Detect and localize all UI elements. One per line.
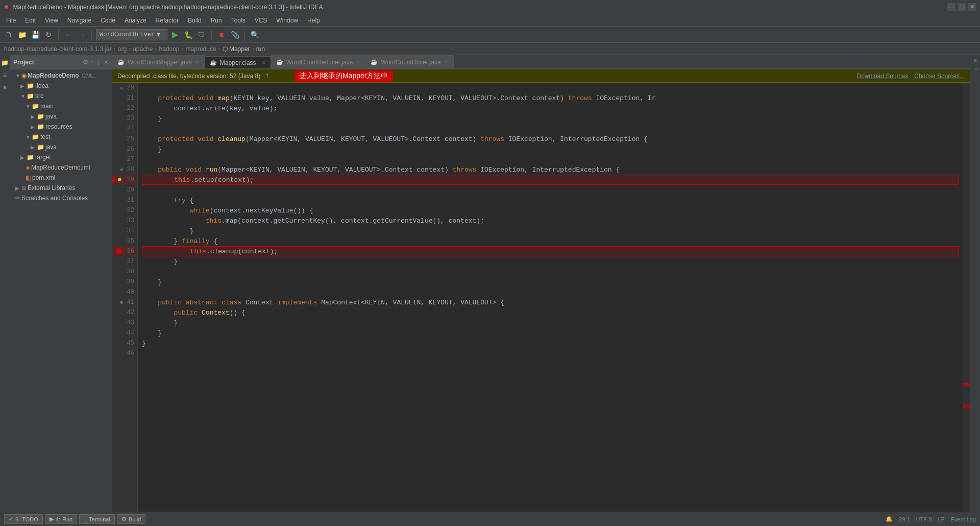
tree-item-test-java[interactable]: ▶ 📁 java [10, 142, 112, 152]
structure-icon[interactable]: ≡ [0, 69, 11, 81]
tab-close-wordcountmapper[interactable]: ✕ [195, 59, 199, 65]
expand-28-icon[interactable]: ⊞ [120, 167, 123, 173]
tab-wordcountdriver[interactable]: ☕ WordCountDriver.java ✕ [365, 55, 453, 68]
menu-vcs[interactable]: VCS [251, 16, 272, 25]
tree-item-idea[interactable]: ▶ 📁 .idea [10, 81, 112, 91]
code-line-45: } [142, 338, 959, 348]
right-panel-btn-1[interactable]: ≡ [971, 57, 979, 64]
code-line-41: public abstract class Context implements… [142, 297, 959, 307]
menu-build[interactable]: Build [184, 16, 206, 25]
menu-run[interactable]: Run [207, 16, 226, 25]
menu-window[interactable]: Window [272, 16, 302, 25]
breakpoint-29-icon[interactable] [112, 177, 115, 183]
maximize-button[interactable]: □ [958, 3, 966, 11]
menu-help[interactable]: Help [303, 16, 324, 25]
panel-gear-button[interactable]: ⋮ [95, 59, 102, 66]
stop-button[interactable]: ■ [216, 29, 227, 40]
tree-module-suffix: D:\A... [82, 73, 96, 79]
download-sources-link[interactable]: Download Sources [857, 73, 909, 80]
panel-settings-button[interactable]: ⚙ [83, 59, 88, 66]
event-log-link[interactable]: Event Log [950, 516, 976, 522]
tree-item-external-libraries[interactable]: ▶ ⊞ External Libraries [10, 183, 112, 193]
right-gutter[interactable] [963, 83, 970, 512]
decompile-arrow-icon: ↑ [264, 71, 270, 81]
code-content[interactable]: protected void map(KEYIN key, VALUEIN va… [138, 83, 963, 512]
code-line-39: } [142, 277, 959, 287]
tab-close-wordcountreducer[interactable]: ✕ [356, 59, 360, 65]
bottom-tab-run[interactable]: ▶ 4: Run [45, 514, 77, 524]
tab-mapper-class[interactable]: ☕ Mapper.class ✕ [205, 56, 271, 69]
bottom-tab-build[interactable]: ⚙ Build [117, 514, 145, 524]
tree-item-src[interactable]: ▼ 📁 src [10, 91, 112, 101]
run-number: 4: [56, 516, 60, 522]
tree-item-java[interactable]: ▶ 📁 java [10, 111, 112, 122]
menu-analyze[interactable]: Analyze [120, 16, 151, 25]
right-panel-btn-2[interactable]: ? [971, 65, 979, 73]
favorites-icon[interactable]: ★ [0, 82, 11, 93]
minimize-button[interactable]: — [947, 3, 955, 11]
todo-label: TODO [22, 516, 38, 522]
dropdown-arrow-icon: ▼ [157, 31, 160, 38]
new-file-button[interactable]: 🗋 [3, 29, 14, 40]
separator-2 [91, 30, 92, 40]
tree-item-test[interactable]: ▼ 📁 test [10, 132, 112, 142]
panel-close-button[interactable]: ✕ [104, 59, 109, 66]
line-number-28: ⊞ 28 [112, 164, 137, 175]
tree-item-main[interactable]: ▼ 📁 main [10, 101, 112, 111]
breadcrumb-mapper[interactable]: ⬡ Mapper [223, 45, 250, 53]
menu-navigate[interactable]: Navigate [63, 16, 95, 25]
attach-button[interactable]: 📎 [229, 29, 240, 40]
tab-wordcountmapper[interactable]: ☕ WordCountMapper.java ✕ [112, 55, 205, 68]
tab-close-wordcountdriver[interactable]: ✕ [444, 59, 448, 65]
expand-41-icon[interactable]: ⊞ [120, 300, 123, 305]
breadcrumb-run[interactable]: run [256, 45, 265, 53]
tree-item-mapreduce-demo[interactable]: ▼ ◉ MapReduceDemo D:\A... [10, 70, 112, 81]
menu-edit[interactable]: Edit [21, 16, 40, 25]
gutter-32 [116, 207, 123, 214]
line-number-34: 34 [112, 226, 137, 236]
tree-item-scratches[interactable]: ✏ Scratches and Consoles [10, 193, 112, 203]
breadcrumb-hadoop[interactable]: hadoop [159, 45, 180, 53]
breakpoint-36-icon[interactable] [116, 248, 122, 254]
menu-tools[interactable]: Tools [227, 16, 250, 25]
refresh-button[interactable]: ↻ [43, 29, 54, 40]
bottom-tab-terminal[interactable]: _ Terminal [79, 514, 115, 524]
open-button[interactable]: 📁 [16, 29, 28, 40]
search-button[interactable]: 🔍 [249, 29, 260, 40]
line-number-20: ⊞ 20 [112, 83, 137, 93]
tab-wordcountreducer[interactable]: ☕ WordCountReducer.java ✕ [271, 55, 366, 68]
method-context-constructor: Context [202, 309, 230, 317]
tab-close-mapper-class[interactable]: ✕ [261, 60, 265, 65]
tree-item-resources[interactable]: ▶ 📁 resources [10, 122, 112, 132]
run-config-dropdown[interactable]: WordCountDriver ▼ [96, 29, 167, 40]
bottom-tab-todo[interactable]: ✓ 6: TODO [4, 514, 43, 524]
panel-sync-button[interactable]: ↑ [90, 59, 93, 66]
gutter-46 [116, 350, 123, 357]
menu-refactor[interactable]: Refactor [152, 16, 183, 25]
breadcrumb-org[interactable]: org [118, 45, 127, 53]
breadcrumb-jar[interactable]: hadoop-mapreduce-client-core-3.1.3.jar [4, 45, 112, 53]
project-icon[interactable]: 📁 [0, 57, 11, 68]
forward-button[interactable]: → [76, 29, 87, 40]
menu-code[interactable]: Code [96, 16, 119, 25]
line-number-43: 43 [112, 318, 137, 328]
menu-file[interactable]: File [2, 16, 20, 25]
debug-button[interactable]: 🐛 [183, 29, 194, 40]
save-button[interactable]: 💾 [30, 29, 41, 40]
line-number-37: 37 [112, 256, 137, 267]
tree-item-pom[interactable]: ◧ pom.xml [10, 173, 112, 183]
tree-item-target[interactable]: ▶ 📁 target [10, 152, 112, 162]
expand-20-icon[interactable]: ⊞ [120, 85, 123, 91]
tree-label-target: target [35, 154, 51, 161]
run-button[interactable]: ▶ [169, 29, 181, 40]
breadcrumb-apache[interactable]: apache [133, 45, 153, 53]
choose-sources-link[interactable]: Choose Sources... [914, 73, 965, 80]
breadcrumb-mapreduce[interactable]: mapreduce [186, 45, 216, 53]
back-button[interactable]: ← [63, 29, 74, 40]
tree-item-iml[interactable]: ◈ MapReduceDemo.iml [10, 162, 112, 173]
close-button[interactable]: ✕ [968, 3, 976, 11]
gutter-44 [116, 329, 123, 337]
menu-view[interactable]: View [41, 16, 62, 25]
coverage-button[interactable]: 🛡 [196, 29, 207, 40]
terminal-label: Terminal [89, 516, 110, 522]
